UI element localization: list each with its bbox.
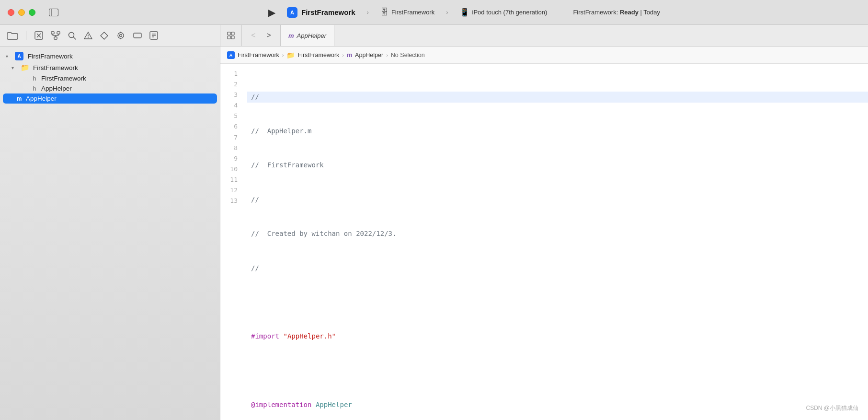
sidebar-item-project-root[interactable]: ▾ A FirstFramework [0,50,220,62]
svg-marker-17 [101,32,108,39]
code-content: // // AppHelper.m // FirstFramework // /… [245,64,868,420]
code-line-3: // FirstFramework [247,160,868,171]
m-icon: m [15,95,23,102]
code-line-1: // [247,92,868,103]
code-line-9 [247,365,868,377]
line-num-4: 4 [225,100,238,111]
tab-bar: m AppHelper [281,25,868,46]
device-breadcrumb: FirstFramework [391,9,434,16]
svg-rect-6 [57,32,60,34]
breadcrumb-project: FirstFramework [238,52,279,58]
svg-rect-0 [49,9,58,16]
code-line-2: // AppHelper.m [247,126,868,137]
sidebar-item-label: AppHelper [41,85,72,92]
code-line-10: @implementation AppHelper [247,399,868,411]
line-num-13: 13 [225,196,238,206]
warning-icon[interactable] [82,30,94,41]
svg-point-18 [118,33,124,38]
sidebar-item-h-ff[interactable]: h FirstFramework [0,73,220,83]
breadcrumb-file: AppHelper [355,52,383,58]
breadcrumb-chevron-2: › [342,52,344,58]
svg-line-13 [73,37,76,39]
line-num-9: 9 [225,153,238,164]
breadcrumb-chevron-1: › [282,52,284,58]
rect-icon[interactable] [132,30,143,41]
debug-icon[interactable] [114,30,127,41]
titlebar-status: FirstFramework: Ready | Today [573,9,660,16]
line-num-2: 2 [225,79,238,90]
sidebar-item-label: FirstFramework [41,75,86,82]
breadcrumb-file-prefix: m [347,52,352,58]
line-num-1: 1 [225,69,238,79]
svg-rect-7 [54,37,57,39]
nav-forward-button[interactable]: > [262,29,275,42]
hierarchy-icon[interactable] [49,30,62,41]
code-line-4: // [247,194,868,206]
line-num-5: 5 [225,111,238,121]
code-lines: 1 2 3 4 5 6 7 8 9 10 11 12 13 // // AppH… [220,64,868,420]
expand-icon: ▾ [6,54,12,59]
titlebar-device: 🗄 FirstFramework [380,8,434,17]
grid-view-button[interactable] [224,29,238,42]
breadcrumb-selection: No Selection [391,52,425,58]
h-icon: h [30,85,39,92]
line-num-8: 8 [225,143,238,153]
minimize-button[interactable] [18,9,25,16]
sidebar: ▾ A FirstFramework ▾ 📁 FirstFramework h … [0,47,220,420]
line-num-12: 12 [225,185,238,196]
project-app-icon: A [287,7,297,18]
sidebar-item-folder-ff[interactable]: ▾ 📁 FirstFramework [0,62,220,73]
editor-area: A FirstFramework › 📁 FirstFramework › m … [220,47,868,420]
svg-rect-27 [228,32,230,35]
watermark: CSDN @小黑猫成仙 [806,404,858,412]
folder-icon[interactable] [6,30,19,41]
breadcrumb-sep-2: › [446,9,448,16]
sidebar-toggle-button[interactable] [49,9,58,16]
sidebar-item-h-apphelper[interactable]: h AppHelper [0,83,220,93]
svg-point-16 [88,37,89,38]
sidebar-item-label: AppHelper [26,95,57,102]
breadcrumb-sep-1: › [367,9,369,16]
code-line-8: #import "AppHelper.h" [247,331,868,342]
sidebar-item-label: FirstFramework [28,53,73,60]
sidebar-item-m-apphelper[interactable]: m AppHelper [3,93,217,104]
line-num-7: 7 [225,132,238,143]
nav-back-button[interactable]: < [247,29,260,42]
traffic-lights [8,9,35,16]
tab-apphelper-m[interactable]: m AppHelper [281,25,334,46]
code-editor[interactable]: 1 2 3 4 5 6 7 8 9 10 11 12 13 // // AppH… [220,64,868,420]
maximize-button[interactable] [29,9,35,16]
device-info: 📱 iPod touch (7th generation) [460,8,548,17]
expand-icon: ▾ [11,65,18,70]
sidebar-toolbar [0,25,220,46]
code-line-7 [247,297,868,308]
code-line-5: // Created by witchan on 2022/12/3. [247,228,868,240]
main-content: ▾ A FirstFramework ▾ 📁 FirstFramework h … [0,47,868,420]
breadcrumb-app-icon: A [227,51,235,59]
search-icon[interactable] [67,30,78,41]
svg-point-19 [120,35,122,37]
line-numbers: 1 2 3 4 5 6 7 8 9 10 11 12 13 [220,64,245,420]
svg-rect-28 [231,32,234,35]
breadcrumb-folder-icon: 📁 [286,51,295,59]
breadcrumb-folder: FirstFramework [297,52,339,58]
svg-rect-30 [231,36,234,39]
line-num-10: 10 [225,164,238,175]
editor-toolbar: < > m AppHelper [220,25,868,46]
diamond-icon[interactable] [99,30,110,41]
titlebar-play-button[interactable]: ▶ [268,7,275,18]
close-button[interactable] [8,9,14,16]
project-name-label: FirstFramework [301,8,355,16]
file-tree: ▾ A FirstFramework ▾ 📁 FirstFramework h … [0,47,220,420]
editor-breadcrumb: A FirstFramework › 📁 FirstFramework › m … [220,47,868,64]
svg-rect-5 [51,32,54,34]
titlebar-project: A FirstFramework [287,7,355,18]
tab-prefix: m [288,32,294,39]
list-icon[interactable] [148,30,160,41]
breadcrumb-chevron-3: › [386,52,388,58]
line-num-6: 6 [225,121,238,132]
code-line-6: // [247,263,868,274]
svg-rect-29 [228,36,230,39]
line-num-11: 11 [225,175,238,185]
close-x-icon[interactable] [33,30,45,41]
